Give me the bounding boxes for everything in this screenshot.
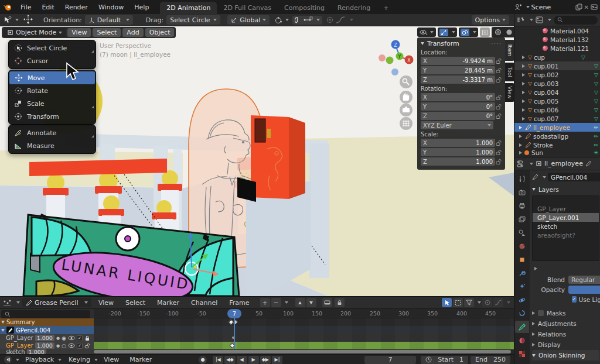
gp-layer-item[interactable]: GP_Layer [533,204,599,213]
eye-icon[interactable] [68,343,75,348]
expand-icon[interactable] [522,91,525,94]
tool-scale[interactable]: Scale [9,97,96,110]
shading-solid-button[interactable] [504,28,514,37]
status-menu-view[interactable]: View [99,356,124,363]
chevron-down-icon[interactable] [530,163,533,165]
frame-ruler[interactable]: -200 -150 -100 -50 50 100 150 200 250 30… [94,309,514,318]
outliner-item-mesh[interactable]: ▽cup.007▽ [514,114,600,123]
expand-icon[interactable] [534,267,537,270]
expand-icon[interactable] [522,99,525,103]
display-options-icon[interactable] [322,298,332,307]
chevron-down-icon[interactable] [526,6,530,8]
workspace-tab-rendering[interactable]: Rendering [331,2,377,14]
frame-range-start[interactable]: Start1 [421,356,468,364]
outliner-item-mesh[interactable]: ▽cup.001▽ [514,61,600,70]
next-keyframe-button[interactable]: ◆▶ [260,356,271,364]
lock-open-icon[interactable] [495,94,502,101]
outliner-item-material[interactable]: Material.004 [514,26,600,35]
timeline-menu-select[interactable]: Select [121,299,150,307]
outliner-item-gpencil[interactable]: Stroke✏ [514,140,600,149]
rotation-z-field[interactable]: Z0° [421,112,495,120]
channel-summary[interactable]: Summary [0,318,94,326]
proportional-editing-toggle[interactable] [326,16,353,23]
timeline-scrollbar[interactable] [94,349,514,354]
chevron-down-icon[interactable] [285,301,288,304]
lock-open-icon[interactable] [495,149,502,156]
view-layer-icon[interactable] [591,4,598,11]
channel-gp-layer-active[interactable]: GP_Layer 1.000 ● ○ ✓ [0,342,94,349]
overlays-dropdown[interactable] [459,28,478,37]
play-button[interactable]: ▶ [248,356,259,364]
rotation-y-field[interactable]: Y0° [421,102,495,111]
expand-icon[interactable] [519,126,522,129]
orientation-dropdown[interactable]: Default [85,15,133,25]
prev-keyframe-button[interactable]: ◀◆ [224,356,235,364]
select-tool-toggle[interactable] [442,298,452,307]
tab-view-layer[interactable] [515,213,529,225]
tab-effects[interactable] [515,280,529,293]
npanel-tab-tool[interactable]: Tool [505,63,514,81]
timeline-menu-channel[interactable]: Channel [186,299,222,307]
playhead[interactable] [234,318,235,349]
workspace-tab-2d-full-canvas[interactable]: 2D Full Canvas [217,2,278,14]
outliner-item-mesh[interactable]: ▽cup.005▽ [514,97,600,105]
playback-dropdown[interactable]: Playback [25,356,62,363]
location-z-field[interactable]: Z-3.3317 m [421,75,495,84]
unlink-scene-icon[interactable]: ✕ [584,4,589,11]
rotation-x-field[interactable]: X0° [421,93,495,101]
tool-measure[interactable]: Measure [9,139,96,152]
viewport-menu-add[interactable]: Add [122,28,143,37]
workspace-tab-2d-animation[interactable]: 2D Animation [160,2,217,14]
outliner-item-gpencil[interactable]: sodastallgp✏ [514,132,600,140]
chevron-down-icon[interactable] [478,301,481,304]
section-adjustments[interactable]: Adjustments [532,318,600,329]
timeline-menu-marker[interactable]: Marker [152,299,184,307]
dopesheet-area[interactable] [94,318,514,349]
lock-icon[interactable] [335,298,345,307]
tab-material[interactable] [515,334,529,346]
move-channel-down-button[interactable] [306,298,316,307]
channel-gp-layer[interactable]: GP_Layer 1.000 ● ◉ ✓ [0,334,94,342]
viewport-menu-object[interactable]: Object [145,28,175,37]
proportional-editing-icon[interactable] [482,298,492,307]
xray-toggle[interactable] [480,28,490,37]
lock-open-icon[interactable] [495,77,502,83]
tab-texture[interactable] [515,348,529,360]
outliner-search-input[interactable] [554,16,598,25]
expand-icon[interactable] [519,151,522,154]
jump-to-keyframe-dropdown[interactable] [4,355,19,364]
current-frame-badge[interactable]: 7 [227,309,241,318]
lock-open-icon[interactable] [495,67,502,74]
filter-icon[interactable] [464,298,474,307]
tab-physics[interactable] [515,294,529,306]
tab-object[interactable] [515,253,529,266]
section-relations[interactable]: Relations [532,329,600,339]
tool-rotate[interactable]: Rotate [9,84,96,97]
channel-sketch-partial[interactable]: sketch 1.000 [0,349,94,354]
active-tool-dropdown[interactable] [3,16,19,24]
rotation-mode-dropdown[interactable]: XYZ Euler [421,121,493,129]
drag-dropdown[interactable]: Select Circle [166,15,220,25]
move-channel-up-button[interactable] [295,298,305,307]
gp-layer-item[interactable]: sketch [533,222,599,231]
tab-output[interactable] [515,200,529,212]
keying-dropdown[interactable]: Keying [69,356,98,363]
jump-to-end-button[interactable]: ▶| [272,356,282,364]
channel-search-input[interactable] [1,310,90,318]
section-onion-skinning[interactable]: Onion Skinning [532,350,599,360]
workspace-tab-compositing[interactable]: Compositing [278,2,331,14]
layer-opacity-value[interactable]: 1.000 [35,342,54,349]
remove-keyframe-button[interactable]: − [271,298,281,307]
current-frame-field[interactable]: 7 [364,356,416,364]
tool-select-circle[interactable]: Select Circle [9,42,96,54]
dopesheet-mode-dropdown[interactable]: Grease Pencil [22,298,91,307]
expand-icon[interactable] [522,64,525,68]
tool-transform[interactable]: Transform [9,110,96,123]
filter-image-icon[interactable] [536,16,543,23]
chevron-down-icon[interactable] [548,19,551,21]
tab-world[interactable] [515,240,529,252]
chevron-down-icon[interactable] [16,301,20,304]
menu-edit[interactable]: Edit [36,0,59,14]
npanel-tab-item[interactable]: Item [505,40,514,61]
menu-render[interactable]: Render [60,0,93,14]
